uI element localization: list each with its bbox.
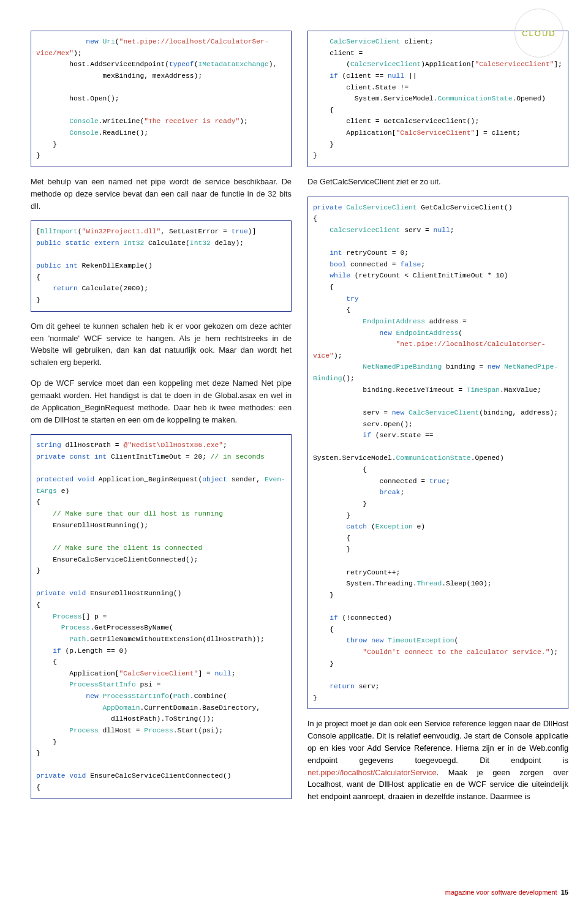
code-block-5: private CalcServiceClient GetCalcService… — [307, 197, 568, 710]
right-column: CalcServiceClient client; client = (Calc… — [307, 31, 568, 811]
page-number: 15 — [561, 889, 568, 896]
footer-text: magazine voor software development — [445, 889, 557, 896]
page-footer: magazine voor software development 15 — [445, 889, 568, 896]
paragraph: In je project moet je dan ook een Servic… — [307, 718, 568, 803]
left-column: new Uri("net.pipe://localhost/Calculator… — [31, 31, 292, 811]
paragraph: De GetCalcServiceClient ziet er zo uit. — [307, 176, 568, 188]
paragraph: Om dit geheel te kunnen schalen heb ik e… — [31, 320, 292, 369]
code-block-2: [DllImport("Win32Project1.dll", SetLastE… — [31, 220, 292, 311]
paragraph: Met behulp van een named net pipe wordt … — [31, 176, 292, 212]
code-block-3: string dllHostPath = @"Redist\DllHostx86… — [31, 434, 292, 799]
paragraph: Op de WCF service moet dan een koppeling… — [31, 377, 292, 426]
cloud-badge: CLOUD — [514, 9, 564, 58]
code-block-1: new Uri("net.pipe://localhost/Calculator… — [31, 31, 292, 167]
